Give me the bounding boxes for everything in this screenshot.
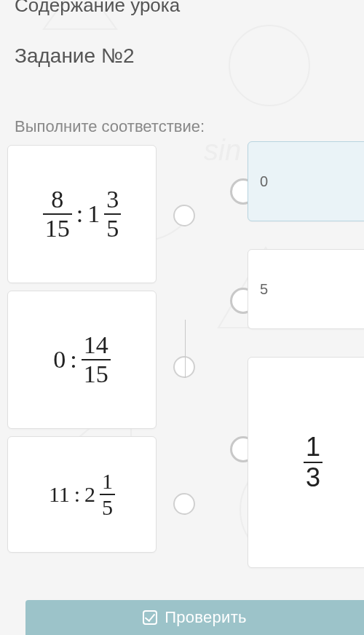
right-card-2[interactable]: 5 xyxy=(248,249,364,329)
frac-den: 15 xyxy=(43,213,72,241)
integer: 0 xyxy=(53,346,66,374)
task-title: Задание №2 xyxy=(15,44,349,68)
operator: : xyxy=(70,346,76,374)
check-button-label: Проверить xyxy=(165,608,247,627)
frac-num: 14 xyxy=(82,333,111,359)
task-instruction: Выполните соответствие: xyxy=(15,117,349,136)
integer: 11 xyxy=(49,482,70,507)
frac-den: 5 xyxy=(104,213,121,241)
connector-node-left-3[interactable] xyxy=(173,493,195,515)
left-card-3[interactable]: 11 : 2 15 xyxy=(7,436,157,553)
connector-line xyxy=(185,320,186,378)
operator: : xyxy=(74,482,80,507)
lesson-contents-heading: Содержание урока xyxy=(15,0,349,17)
frac-num: 1 xyxy=(100,470,115,494)
answer-value: 0 xyxy=(260,173,268,190)
answer-value: 5 xyxy=(260,281,268,298)
mixed-whole: 1 xyxy=(87,200,100,228)
frac-den: 15 xyxy=(82,359,111,387)
frac-num: 1 xyxy=(304,434,323,462)
right-card-1[interactable]: 0 xyxy=(248,141,364,221)
check-button[interactable]: Проверить xyxy=(25,600,364,635)
left-card-2[interactable]: 0 : 1415 xyxy=(7,291,157,429)
operator: : xyxy=(76,200,83,228)
connector-node-left-2[interactable] xyxy=(173,356,195,378)
frac-den: 5 xyxy=(100,494,115,518)
frac-num: 3 xyxy=(104,187,121,213)
connector-node-left-1[interactable] xyxy=(173,205,195,226)
matching-area: 815 : 1 35 0 : 1415 11 : 2 xyxy=(15,145,349,560)
check-icon xyxy=(143,610,157,625)
right-card-3[interactable]: 1 3 xyxy=(248,357,364,568)
mixed-whole: 2 xyxy=(84,482,95,507)
frac-num: 8 xyxy=(49,187,66,213)
left-card-1[interactable]: 815 : 1 35 xyxy=(7,145,157,283)
frac-den: 3 xyxy=(304,462,323,491)
